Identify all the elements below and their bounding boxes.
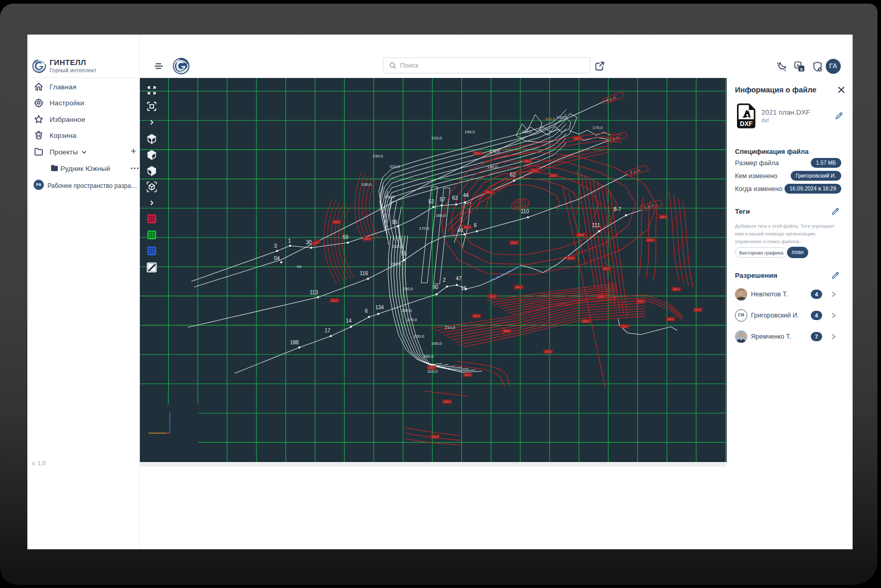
svg-text:310,0: 310,0 [427, 369, 438, 374]
svg-text:230,0: 230,0 [414, 334, 425, 339]
svg-text:210,0: 210,0 [550, 174, 557, 177]
svg-text:110: 110 [521, 209, 529, 214]
svg-text:210,0: 210,0 [445, 325, 456, 330]
svg-text:210,0: 210,0 [673, 288, 680, 291]
svg-text:210,0: 210,0 [667, 317, 674, 321]
svg-text:160,0: 160,0 [436, 213, 446, 218]
svg-text:55: 55 [401, 251, 407, 257]
svg-text:210,0: 210,0 [431, 136, 442, 140]
svg-text:49: 49 [457, 228, 463, 233]
svg-text:188: 188 [290, 340, 299, 345]
svg-text:57: 57 [440, 197, 446, 202]
svg-text:210,0: 210,0 [545, 350, 552, 353]
svg-text:230,0: 230,0 [391, 262, 402, 266]
svg-text:290,0: 290,0 [423, 354, 434, 359]
svg-text:190,0: 190,0 [361, 182, 372, 187]
svg-text:210,0: 210,0 [489, 295, 496, 298]
svg-text:210,0: 210,0 [660, 215, 667, 218]
svg-text:134: 134 [375, 305, 384, 310]
svg-text:210,0: 210,0 [464, 226, 471, 229]
svg-text:110,0: 110,0 [545, 117, 555, 121]
svg-text:95: 95 [392, 219, 398, 225]
svg-text:59: 59 [343, 234, 349, 240]
svg-text:210,0: 210,0 [532, 169, 538, 172]
svg-text:210,0: 210,0 [603, 267, 610, 270]
svg-text:210,0: 210,0 [511, 241, 518, 244]
svg-text:6: 6 [365, 308, 368, 314]
svg-text:210,0: 210,0 [598, 295, 604, 298]
svg-text:63: 63 [452, 195, 458, 201]
svg-text:210,0: 210,0 [516, 285, 522, 289]
svg-text:210,0: 210,0 [637, 299, 644, 303]
svg-text:270,0: 270,0 [407, 317, 418, 322]
svg-text:113: 113 [310, 290, 318, 295]
svg-text:210,0: 210,0 [474, 152, 481, 155]
svg-text:130,0: 130,0 [521, 130, 532, 134]
svg-text:210,0: 210,0 [578, 233, 584, 236]
svg-text:170,0: 170,0 [419, 226, 430, 231]
svg-text:210,0: 210,0 [647, 239, 654, 242]
svg-text:210,0: 210,0 [464, 373, 471, 376]
svg-text:210,0: 210,0 [568, 257, 574, 260]
svg-text:04: 04 [297, 264, 301, 269]
svg-text:170,0: 170,0 [489, 149, 500, 154]
svg-text:210,0: 210,0 [583, 320, 589, 323]
svg-text:210,0: 210,0 [444, 400, 451, 403]
svg-text:230,0: 230,0 [403, 287, 413, 291]
svg-text:170,0: 170,0 [592, 125, 603, 130]
svg-text:210,0: 210,0 [432, 435, 439, 438]
svg-text:17: 17 [325, 328, 331, 333]
svg-text:200,0: 200,0 [431, 341, 442, 346]
svg-text:8-7: 8-7 [614, 206, 621, 212]
svg-text:230,0: 230,0 [373, 154, 383, 158]
svg-text:210,0: 210,0 [392, 244, 403, 249]
svg-text:210,0: 210,0 [390, 164, 401, 169]
svg-text:210,0: 210,0 [331, 299, 338, 302]
svg-text:44: 44 [463, 193, 469, 198]
svg-text:111: 111 [592, 223, 600, 228]
svg-text:190,0: 190,0 [464, 130, 475, 134]
svg-text:130,0: 130,0 [556, 115, 567, 120]
svg-text:52: 52 [428, 199, 435, 204]
svg-text:210,0: 210,0 [621, 325, 628, 328]
svg-text:3: 3 [274, 243, 277, 249]
svg-text:x: x [800, 67, 803, 72]
svg-text:2: 2 [443, 277, 446, 283]
svg-text:90: 90 [433, 284, 439, 290]
svg-text:130,0: 130,0 [487, 165, 498, 169]
svg-text:1: 1 [288, 238, 291, 244]
svg-text:116: 116 [360, 271, 368, 276]
svg-text:210,0: 210,0 [695, 308, 701, 311]
svg-text:47: 47 [456, 276, 462, 281]
svg-text:250,0: 250,0 [402, 308, 412, 313]
svg-text:15: 15 [461, 285, 467, 291]
svg-text:210,0: 210,0 [364, 237, 371, 240]
svg-text:210,0: 210,0 [473, 314, 480, 317]
svg-text:6: 6 [474, 223, 477, 228]
svg-text:210,0: 210,0 [486, 190, 492, 194]
svg-text:210,0: 210,0 [504, 329, 510, 332]
svg-text:04: 04 [274, 256, 280, 261]
svg-text:62: 62 [510, 172, 516, 178]
svg-text:210,0: 210,0 [428, 366, 435, 369]
svg-text:14: 14 [346, 318, 352, 324]
svg-text:210,0: 210,0 [524, 160, 531, 163]
svg-text:DXF: DXF [740, 120, 753, 128]
svg-text:210,0: 210,0 [574, 137, 581, 140]
svg-text:190,0: 190,0 [385, 195, 395, 199]
svg-text:210,0: 210,0 [333, 220, 340, 224]
